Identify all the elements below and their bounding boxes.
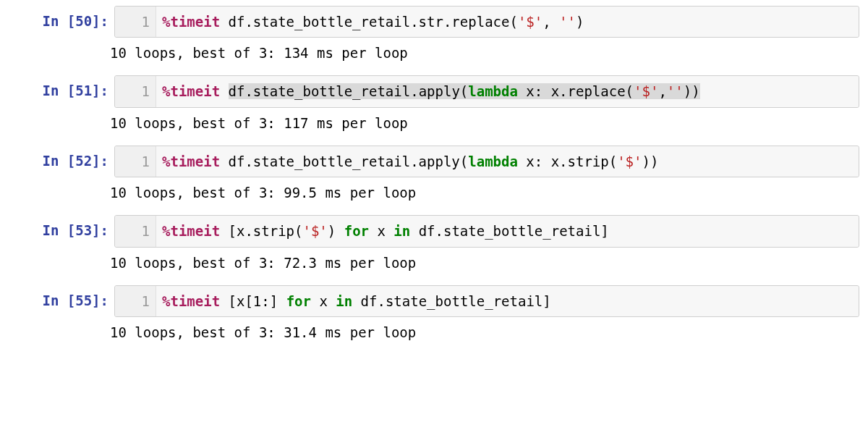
code-input-area[interactable]: 1 %timeit df.state_bottle_retail.apply(l… bbox=[114, 146, 859, 177]
code-cell: In [53]: 1 %timeit [x.strip('$') for x i… bbox=[0, 215, 868, 270]
line-number-gutter: 1 bbox=[115, 216, 156, 246]
code-cell: In [52]: 1 %timeit df.state_bottle_retai… bbox=[0, 146, 868, 201]
input-prompt: In [50]: bbox=[0, 6, 114, 29]
code-input-area[interactable]: 1 %timeit df.state_bottle_retail.apply(l… bbox=[114, 75, 859, 107]
cell-output: 10 loops, best of 3: 31.4 ms per loop bbox=[109, 324, 868, 340]
code-content[interactable]: %timeit df.state_bottle_retail.str.repla… bbox=[156, 7, 859, 37]
line-number-gutter: 1 bbox=[115, 146, 156, 177]
code-cell: In [50]: 1 %timeit df.state_bottle_retai… bbox=[0, 6, 868, 61]
code-content[interactable]: %timeit df.state_bottle_retail.apply(lam… bbox=[156, 76, 859, 106]
magic-command: %timeit bbox=[162, 223, 220, 239]
code-cell: In [55]: 1 %timeit [x[1:] for x in df.st… bbox=[0, 285, 868, 340]
code-input-area[interactable]: 1 %timeit [x.strip('$') for x in df.stat… bbox=[114, 215, 859, 247]
magic-command: %timeit bbox=[162, 14, 220, 30]
text-selection: df.state_bottle_retail.apply(lambda x: x… bbox=[229, 83, 700, 99]
code-input-area[interactable]: 1 %timeit df.state_bottle_retail.str.rep… bbox=[114, 6, 859, 38]
line-number-gutter: 1 bbox=[115, 76, 156, 106]
magic-command: %timeit bbox=[162, 153, 220, 169]
line-number-gutter: 1 bbox=[115, 286, 156, 316]
cell-output: 10 loops, best of 3: 99.5 ms per loop bbox=[109, 185, 868, 201]
code-content[interactable]: %timeit df.state_bottle_retail.apply(lam… bbox=[156, 146, 859, 177]
cell-output: 10 loops, best of 3: 72.3 ms per loop bbox=[109, 255, 868, 271]
cell-output: 10 loops, best of 3: 117 ms per loop bbox=[109, 115, 868, 131]
code-input-area[interactable]: 1 %timeit [x[1:] for x in df.state_bottl… bbox=[114, 285, 859, 317]
code-cell: In [51]: 1 %timeit df.state_bottle_retai… bbox=[0, 75, 868, 130]
magic-command: %timeit bbox=[162, 83, 220, 99]
jupyter-notebook: In [50]: 1 %timeit df.state_bottle_retai… bbox=[0, 0, 868, 363]
cell-output: 10 loops, best of 3: 134 ms per loop bbox=[109, 45, 868, 61]
code-content[interactable]: %timeit [x.strip('$') for x in df.state_… bbox=[156, 216, 859, 246]
code-content[interactable]: %timeit [x[1:] for x in df.state_bottle_… bbox=[156, 286, 859, 316]
input-prompt: In [53]: bbox=[0, 215, 114, 238]
line-number-gutter: 1 bbox=[115, 7, 156, 37]
input-prompt: In [51]: bbox=[0, 75, 114, 98]
input-prompt: In [55]: bbox=[0, 285, 114, 308]
magic-command: %timeit bbox=[162, 293, 220, 309]
input-prompt: In [52]: bbox=[0, 146, 114, 169]
